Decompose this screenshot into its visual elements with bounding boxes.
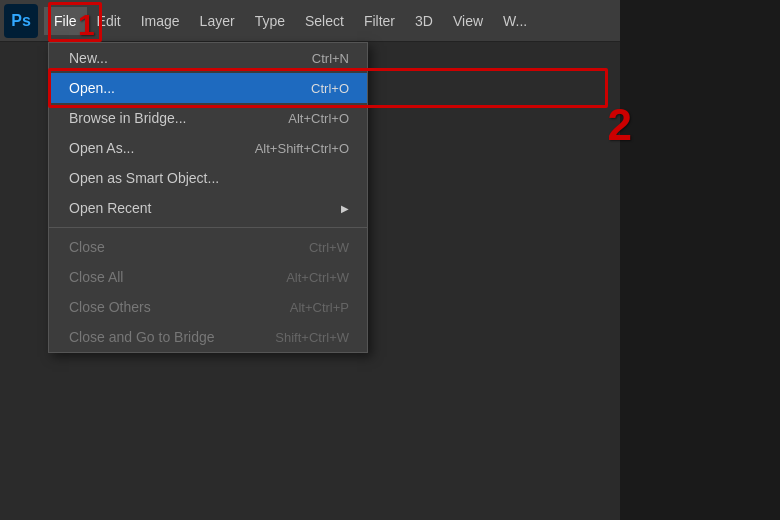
ps-logo: Ps — [4, 4, 38, 38]
menu-layer[interactable]: Layer — [190, 7, 245, 35]
menu-item-new[interactable]: New... Ctrl+N — [49, 43, 367, 73]
menu-window[interactable]: W... — [493, 7, 537, 35]
menu-item-close[interactable]: Close Ctrl+W — [49, 232, 367, 262]
menu-filter[interactable]: Filter — [354, 7, 405, 35]
step2-badge: 2 — [608, 100, 632, 150]
menu-item-close-all[interactable]: Close All Alt+Ctrl+W — [49, 262, 367, 292]
menu-item-open-as[interactable]: Open As... Alt+Shift+Ctrl+O — [49, 133, 367, 163]
step1-badge: 1 — [78, 8, 95, 42]
menu-item-open-recent[interactable]: Open Recent ▶ — [49, 193, 367, 223]
menu-item-open-smart[interactable]: Open as Smart Object... — [49, 163, 367, 193]
menu-select[interactable]: Select — [295, 7, 354, 35]
menu-type[interactable]: Type — [245, 7, 295, 35]
file-dropdown-menu: New... Ctrl+N Open... Ctrl+O Browse in B… — [48, 42, 368, 353]
dark-side-panel — [620, 0, 780, 520]
menu-view[interactable]: View — [443, 7, 493, 35]
menu-item-close-bridge[interactable]: Close and Go to Bridge Shift+Ctrl+W — [49, 322, 367, 352]
menu-item-browse-bridge[interactable]: Browse in Bridge... Alt+Ctrl+O — [49, 103, 367, 133]
menu-image[interactable]: Image — [131, 7, 190, 35]
menu-item-close-others[interactable]: Close Others Alt+Ctrl+P — [49, 292, 367, 322]
menu-divider-1 — [49, 227, 367, 228]
menu-3d[interactable]: 3D — [405, 7, 443, 35]
menu-item-open[interactable]: Open... Ctrl+O — [49, 73, 367, 103]
submenu-arrow-icon: ▶ — [341, 203, 349, 214]
